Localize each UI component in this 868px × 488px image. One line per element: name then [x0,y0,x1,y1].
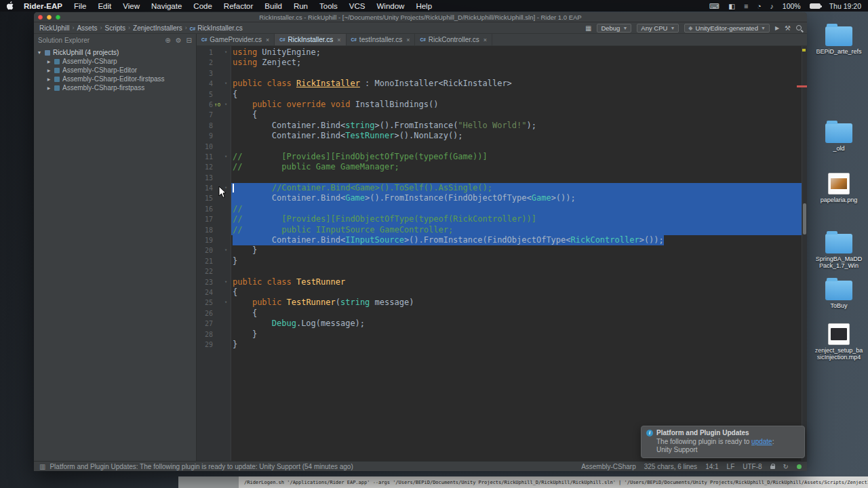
desktop-icon-folder[interactable]: _old [814,120,864,152]
code-line[interactable]: 21} [197,256,807,266]
code-line[interactable]: 3 [197,68,807,79]
fold-marker-icon[interactable]: ▾ [222,47,230,58]
breadcrumb-item[interactable]: Assets [77,24,97,32]
line-number[interactable]: 3 [197,68,213,79]
keyboard-icon[interactable]: ⌨ [709,2,719,10]
menu-item-window[interactable]: Window [377,2,405,10]
desktop-icon-folder[interactable]: ToBuy [814,277,864,309]
code-line[interactable]: 12// public Game GameManager; [197,162,807,172]
inspection-status-icon[interactable] [797,464,802,469]
status-message-area[interactable]: ▥ Platform and Plugin Updates: The follo… [39,463,353,470]
platform-dropdown[interactable]: Any CPU▼ [637,24,679,33]
line-number[interactable]: 2 [197,58,213,68]
fold-marker-icon[interactable]: ▾ [222,245,230,256]
tree-item-assembly-csharp-editor[interactable]: ▶Assembly-CSharp-Editor [34,66,196,75]
menu-item-vcs[interactable]: VCS [349,2,366,10]
line-number[interactable]: 26 [197,308,213,319]
line-number[interactable]: 18 [197,225,213,235]
code-line[interactable]: 2using Zenject; [197,58,807,68]
fold-marker-icon[interactable]: ▾ [222,79,230,89]
code-line[interactable]: 27 Debug.Log(message); [197,319,807,329]
scrollbar-track[interactable] [802,46,807,461]
status-line-ending[interactable]: LF [727,463,735,470]
expand-chevron-icon[interactable]: ▼ [37,50,42,55]
event-log-icon[interactable]: ▥ [39,463,45,470]
window-title-bar[interactable]: RickInstaller.cs - RickUphill - [~/Docum… [34,12,807,22]
hide-panel-icon[interactable]: ⊟ [186,37,192,44]
breadcrumb-item[interactable]: Scripts [104,24,125,32]
scrollbar-thumb[interactable] [803,203,806,235]
menu-item-file[interactable]: File [74,2,87,10]
desktop-icon-folder[interactable]: BEPiD_arte_refs [814,23,864,55]
notification-popup[interactable]: i Platform and Plugin Updates The follow… [641,426,805,458]
line-number[interactable]: 24 [197,287,213,298]
override-gutter-icon[interactable]: ↑o [213,100,222,110]
display-icon[interactable]: ◧ [728,2,735,10]
code-line[interactable]: 8 Container.Bind<string>().FromInstance(… [197,121,807,131]
menu-item-rider-eap[interactable]: Rider-EAP [24,2,62,10]
status-caret-position[interactable]: 14:1 [705,463,718,470]
desktop-icon-video[interactable]: zenject_setup_basicInjection.mp4 [814,322,864,361]
search-icon[interactable] [796,25,802,30]
line-number[interactable]: 9 [197,131,213,141]
line-number[interactable]: 19 [197,235,213,245]
code-line[interactable]: 24{ [197,287,807,298]
fold-marker-icon[interactable]: ▾ [222,298,230,308]
background-terminal-strip[interactable]: /RiderLogen.sh '/Applications/Rider EAP.… [178,476,868,488]
solution-explorer-header[interactable]: Solution Explorer ⊕ ⚙ ⊟ [34,34,196,46]
tool-windows-icon[interactable]: ▦ [585,24,591,32]
breadcrumb-item[interactable]: ZenjectInstallers [133,24,182,32]
code-line[interactable]: 5{ [197,89,807,100]
code-line[interactable]: 16// [197,204,807,214]
close-tab-icon[interactable]: × [406,37,410,43]
line-number[interactable]: 4 [197,79,213,89]
line-number[interactable]: 10 [197,142,213,152]
menu-item-refactor[interactable]: Refactor [224,2,253,10]
line-number[interactable]: 16 [197,204,213,214]
collapse-chevron-icon[interactable]: ▶ [46,85,52,90]
terminal-tab[interactable] [178,476,239,488]
run-button[interactable]: ▶ [775,25,779,31]
status-encoding[interactable]: UTF-8 [743,463,762,470]
warning-stripe-mark[interactable] [802,49,806,52]
breadcrumb-item[interactable]: RickUphill [39,24,69,32]
tree-item-assembly-csharp-editor-firstpass[interactable]: ▶Assembly-CSharp-Editor-firstpass [34,75,196,83]
code-line[interactable]: 11▾// [Provides][FindObjectOfType(typeof… [197,152,807,162]
zoom-window-button[interactable] [56,15,60,20]
menu-clock[interactable]: Thu 19:20 [829,2,861,10]
sync-icon[interactable]: ⊕ [165,37,170,44]
menu-item-run[interactable]: Run [294,2,308,10]
error-stripe-mark[interactable] [797,85,807,87]
code-line[interactable]: 17// [Provides][FindObjectOfType(typeof(… [197,214,807,224]
line-number[interactable]: 21 [197,256,213,266]
code-line[interactable]: 10 [197,142,807,152]
breadcrumb-item[interactable]: C#RickInstaller.cs [190,24,243,32]
code-area[interactable]: 1▾using UnityEngine;2using Zenject;34▾pu… [197,46,807,461]
gear-icon[interactable]: ⚙ [176,37,182,44]
code-line[interactable]: 9 Container.Bind<TestRunner>().NonLazy()… [197,131,807,141]
tree-item-assembly-csharp[interactable]: ▶Assembly-CSharp [34,57,196,66]
code-line[interactable]: 13 [197,173,807,183]
tab-rickinstaller-cs[interactable]: C#RickInstaller.cs× [275,34,346,45]
line-number[interactable]: 1 [197,47,213,58]
code-line[interactable]: 14▾ //Container.Bind<Game>().ToSelf().As… [197,183,807,193]
fold-marker-icon[interactable]: ▾ [222,277,230,287]
menu-item-help[interactable]: Help [416,2,432,10]
code-line[interactable]: 1▾using UnityEngine; [197,47,807,58]
code-line[interactable]: 7 { [197,110,807,120]
line-number[interactable]: 13 [197,173,213,183]
code-line[interactable]: 22 [197,266,807,277]
desktop-icon-folder[interactable]: SpringBA_MaDDPack_1.7_Win [814,230,864,269]
line-number[interactable]: 8 [197,121,213,131]
code-line[interactable]: 23▾public class TestRunner [197,277,807,287]
code-line[interactable]: 6↑o▾ public override void InstallBinding… [197,100,807,110]
close-tab-icon[interactable]: × [484,37,487,43]
fold-marker-icon[interactable]: ▾ [222,100,230,110]
menu-extra-icon[interactable]: ≡ [744,2,748,10]
menu-item-tools[interactable]: Tools [319,2,338,10]
line-number[interactable]: 20 [197,245,213,256]
line-number[interactable]: 7 [197,110,213,120]
menu-item-code[interactable]: Code [193,2,212,10]
close-tab-icon[interactable]: × [337,37,340,43]
collapse-chevron-icon[interactable]: ▶ [46,68,52,73]
